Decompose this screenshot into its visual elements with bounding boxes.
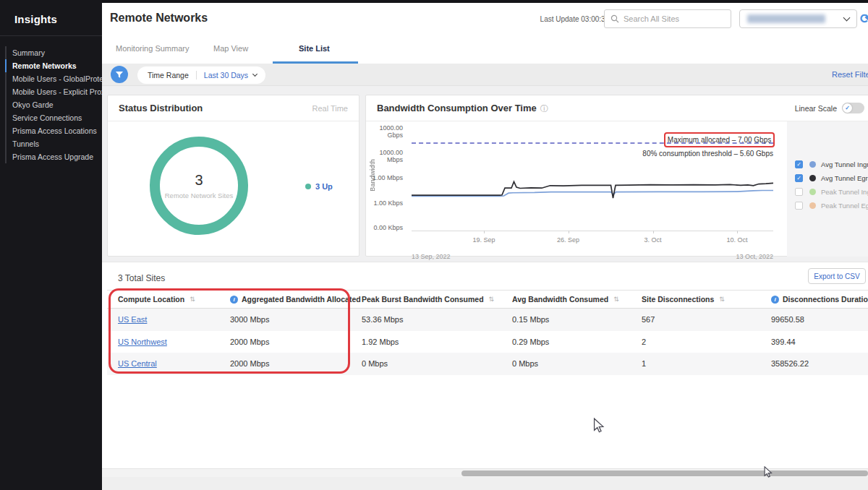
filter-button[interactable] [111, 66, 128, 83]
sort-icon[interactable]: ⇅ [719, 296, 725, 303]
site-link-us-northwest[interactable]: US Northwest [118, 338, 167, 346]
info-icon[interactable]: i [771, 296, 779, 304]
column-peak-burst-bandwidth[interactable]: Peak Burst Bandwidth Consumed⇅ [362, 295, 512, 304]
sidebar-item-summary[interactable]: Summary [5, 46, 102, 59]
annotation-max-allocated-highlight: Maximum allocated – 7.00 Gbps [664, 132, 775, 147]
x-tickmark [653, 231, 654, 233]
chevron-down-icon [252, 72, 258, 77]
sidebar-item-service-connections[interactable]: Service Connections [5, 111, 102, 124]
checkbox-checked-icon[interactable]: ✓ [795, 160, 803, 168]
window-top-strip [0, 0, 868, 3]
tab-site-list[interactable]: Site List [299, 44, 330, 53]
column-disconnections-duration[interactable]: iDisconnections Duration [771, 295, 868, 304]
linear-scale-toggle[interactable]: ✓ [842, 103, 864, 113]
site-link-us-central[interactable]: US Central [118, 359, 157, 368]
table-row: US Northwest 2000 Mbps 1.92 Mbps 0.29 Mb… [107, 331, 868, 353]
sidebar-item-tunnels[interactable]: Tunnels [5, 137, 102, 150]
x-tickmark [484, 231, 485, 233]
x-tick-1: 26. Sep [557, 236, 579, 244]
sidebar-divider [0, 35, 102, 36]
bandwidth-card-body: Bandwidth 1000.00 Gbps 1000.00 Mbps 1.00… [366, 121, 868, 257]
checkbox-checked-icon[interactable]: ✓ [795, 174, 803, 182]
series-color-dot-icon [809, 161, 816, 168]
max-allocated-annotation: Maximum allocated – 7.00 Gbps [668, 136, 771, 144]
chevron-down-icon [843, 14, 851, 21]
total-sites-label: 3 Total Sites [118, 273, 165, 283]
scrollbar-thumb[interactable] [461, 470, 868, 476]
date-range-end: 13 Oct, 2022 [736, 253, 773, 260]
refresh-icon[interactable]: ⟳ [860, 11, 868, 27]
status-card-body: 3 Remote Network Sites 3 Up [108, 121, 359, 257]
search-input[interactable] [624, 14, 718, 23]
info-icon[interactable]: i [230, 296, 238, 304]
x-tick-2: 3. Oct [644, 236, 661, 244]
status-card-title: Status Distribution [119, 103, 203, 113]
search-icon [610, 14, 619, 23]
series-color-dot-icon [809, 189, 816, 195]
search-all-sites-box[interactable] [604, 9, 731, 28]
time-range-value: Last 30 Days [197, 71, 253, 79]
status-distribution-card: Status Distribution Real Time 3 Remote N… [107, 95, 359, 257]
legend-item-peak-tunnel-ingress[interactable]: Peak Tunnel Ingress [787, 185, 868, 199]
sort-icon[interactable]: ⇅ [613, 296, 619, 303]
info-icon[interactable]: ⓘ [540, 104, 548, 113]
donut-center-value: 3 [195, 172, 203, 189]
x-tick-3: 10. Oct [726, 236, 747, 244]
status-donut-chart[interactable]: 3 Remote Network Sites [150, 137, 248, 235]
sort-icon[interactable]: ⇅ [190, 296, 195, 303]
real-time-badge: Real Time [312, 104, 348, 113]
column-avg-bandwidth[interactable]: Avg Bandwidth Consumed⇅ [512, 295, 642, 304]
sidebar-item-okyo-garde[interactable]: Okyo Garde [5, 98, 102, 111]
page-header: Remote Networks Last Update 03:00:32 PM … [102, 3, 868, 34]
site-list-table: Compute Location⇅ iAggregated Bandwidth … [107, 290, 868, 375]
sidebar-item-mobile-users-explicit-proxy[interactable]: Mobile Users - Explicit Proxy [5, 85, 102, 98]
sidebar-item-mobile-users-globalprotect[interactable]: Mobile Users - GlobalProtect [5, 72, 102, 85]
sidebar-item-remote-networks[interactable]: Remote Networks [5, 59, 102, 72]
bandwidth-card-header: Bandwidth Consumption Over Timeⓘ Linear … [366, 95, 868, 121]
table-header-row: Compute Location⇅ iAggregated Bandwidth … [107, 290, 868, 309]
tenant-dropdown[interactable] [739, 9, 857, 28]
series-color-dot-icon [809, 175, 816, 181]
page-title: Remote Networks [110, 12, 208, 25]
time-range-filter[interactable]: Time Range Last 30 Days [137, 66, 265, 84]
site-link-us-east[interactable]: US East [118, 315, 147, 324]
tab-map-view[interactable]: Map View [213, 44, 248, 53]
column-aggregated-bandwidth[interactable]: iAggregated Bandwidth Allocated [230, 295, 362, 304]
bandwidth-consumption-card: Bandwidth Consumption Over Timeⓘ Linear … [365, 95, 868, 257]
y-tick-0: 1000.00 Gbps [366, 124, 403, 139]
series-color-dot-icon [809, 202, 816, 209]
table-row: US East 3000 Mbps 53.36 Mbps 0.15 Mbps 5… [107, 309, 868, 331]
sidebar-item-prisma-access-locations[interactable]: Prisma Access Locations [5, 124, 102, 137]
reset-filters-link[interactable]: Reset Filters [832, 70, 868, 79]
column-compute-location[interactable]: Compute Location⇅ [107, 295, 230, 304]
consumption-threshold-annotation: 80% consumption threshold – 5.60 Gbps [412, 150, 773, 158]
checkbox-unchecked-icon[interactable] [795, 188, 803, 196]
date-range-start: 13 Sep, 2022 [412, 253, 451, 260]
sort-icon[interactable]: ⇅ [489, 296, 495, 303]
x-tickmark [737, 231, 738, 233]
status-card-header: Status Distribution Real Time [108, 95, 359, 121]
app-title: Insights [0, 0, 102, 35]
sidebar-item-prisma-access-upgrade[interactable]: Prisma Access Upgrade [5, 150, 102, 163]
filter-bar: Time Range Last 30 Days Reset Filters [102, 64, 868, 86]
content-area: Status Distribution Real Time 3 Remote N… [102, 86, 868, 490]
legend-item-avg-tunnel-ingress[interactable]: ✓ Avg Tunnel Ingress [787, 158, 868, 171]
bandwidth-card-title: Bandwidth Consumption Over Timeⓘ [377, 103, 548, 114]
tab-bar: Monitoring Summary Map View Site List [102, 34, 868, 64]
linear-scale-label: Linear Scale [795, 104, 837, 113]
table-row: US Central 2000 Mbps 0 Mbps 0 Mbps 1 358… [107, 353, 868, 375]
y-tick-3: 1.00 Kbps [366, 199, 403, 207]
footer-strip [102, 477, 868, 490]
status-legend-item-up[interactable]: 3 Up [305, 182, 333, 191]
x-tickmark [569, 231, 569, 233]
column-site-disconnections[interactable]: Site Disconnections⇅ [642, 295, 771, 304]
donut-center-label: Remote Network Sites [165, 192, 234, 199]
export-to-csv-button[interactable]: Export to CSV [808, 268, 866, 284]
up-status-label: 3 Up [315, 182, 333, 191]
tab-monitoring-summary[interactable]: Monitoring Summary [116, 44, 189, 53]
horizontal-scrollbar[interactable] [102, 468, 868, 477]
up-status-dot-icon [305, 184, 311, 189]
legend-item-peak-tunnel-egress[interactable]: Peak Tunnel Egress [787, 199, 868, 212]
legend-item-avg-tunnel-egress[interactable]: ✓ Avg Tunnel Egress [787, 171, 868, 185]
checkbox-unchecked-icon[interactable] [795, 202, 803, 210]
